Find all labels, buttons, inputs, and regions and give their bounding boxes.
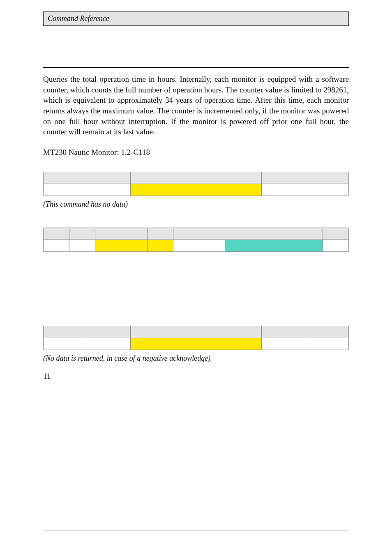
command-table-3 <box>43 326 349 350</box>
table-header-cell <box>147 228 173 240</box>
table-3-caption: (No data is returned, in case of a negat… <box>43 354 349 363</box>
page-number: 11 <box>43 372 349 381</box>
table-header-cell <box>131 326 174 338</box>
table-header-cell <box>218 172 261 184</box>
command-table-1 <box>43 172 349 196</box>
table-cell <box>323 240 348 251</box>
table-cell <box>218 338 261 350</box>
table-header-cell <box>121 228 147 240</box>
table-header-cell <box>44 326 87 338</box>
table-cell <box>131 338 174 350</box>
table-data-row <box>44 338 349 350</box>
table-header-cell <box>174 326 218 338</box>
table-cell <box>147 240 173 251</box>
table-header-cell <box>261 326 305 338</box>
table-cell <box>121 240 147 251</box>
table-header-cell <box>261 172 305 184</box>
section-description: Queries the total operation time in hour… <box>43 74 349 137</box>
table-header-cell <box>323 228 348 240</box>
table-header-row <box>44 172 349 184</box>
table-cell <box>261 338 305 350</box>
table-data-row <box>44 184 349 196</box>
table-header-cell <box>44 228 69 240</box>
table-1-caption: (This command has no data) <box>43 200 349 209</box>
table-header-cell <box>305 172 348 184</box>
table-cell <box>131 184 174 196</box>
table-header-cell <box>199 228 225 240</box>
table-header-cell <box>218 326 261 338</box>
table-cell <box>218 184 261 196</box>
table-cell <box>87 338 131 350</box>
table-header-cell <box>87 326 131 338</box>
table-cell <box>261 184 305 196</box>
table-cell <box>95 240 121 251</box>
header-box: Command Reference <box>43 12 349 26</box>
table-header-cell <box>173 228 199 240</box>
table-header-cell <box>44 172 87 184</box>
table-cell <box>174 184 218 196</box>
table-cell <box>305 338 348 350</box>
table-cell <box>44 240 69 251</box>
spacer <box>43 252 349 326</box>
table-cell <box>173 240 199 251</box>
firmware-line: MT230 Nautic Monitor: 1.2-C118 <box>43 148 349 157</box>
table-header-cell <box>69 228 95 240</box>
footer-rule <box>43 530 349 530</box>
table-cell <box>305 184 348 196</box>
command-table-2 <box>43 228 349 252</box>
table-cell <box>174 338 218 350</box>
table-header-row <box>44 326 349 338</box>
table-data-row <box>44 240 349 251</box>
table-header-cell <box>131 172 174 184</box>
table-header-cell <box>87 172 131 184</box>
table-cell <box>199 240 225 251</box>
header-title: Command Reference <box>48 14 109 23</box>
table-cell <box>44 184 87 196</box>
table-header-cell <box>174 172 218 184</box>
table-cell <box>87 184 131 196</box>
table-cell <box>69 240 95 251</box>
section-rule <box>43 67 349 68</box>
table-header-cell <box>225 228 323 240</box>
table-cell <box>225 240 323 251</box>
page: Command Reference Queries the total oper… <box>0 0 392 555</box>
table-header-row <box>44 228 349 240</box>
table-header-cell <box>305 326 348 338</box>
table-header-cell <box>95 228 121 240</box>
table-cell <box>44 338 87 350</box>
